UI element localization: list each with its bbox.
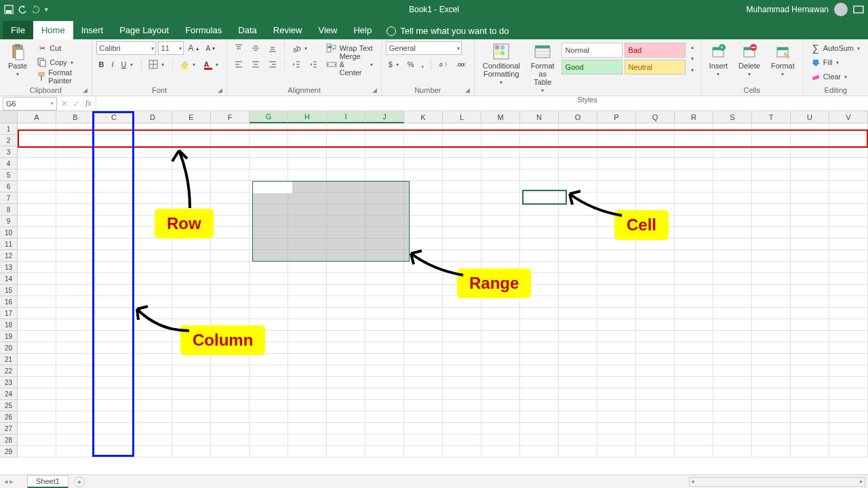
comma-button[interactable]: , bbox=[419, 58, 427, 71]
align-top-button[interactable] bbox=[231, 41, 246, 55]
row-header-21[interactable]: 21 bbox=[0, 354, 18, 365]
sheet-nav[interactable]: ◂▸ bbox=[0, 477, 18, 486]
row-header-26[interactable]: 26 bbox=[0, 411, 18, 423]
row-header-13[interactable]: 13 bbox=[0, 262, 18, 273]
sheet-next-icon[interactable]: ▸ bbox=[9, 477, 14, 486]
clipboard-launcher-icon[interactable]: ◢ bbox=[83, 87, 90, 94]
style-normal[interactable]: Normal bbox=[561, 43, 623, 58]
col-header-V[interactable]: V bbox=[829, 111, 868, 123]
tab-help[interactable]: Help bbox=[345, 21, 380, 39]
col-header-R[interactable]: R bbox=[675, 111, 713, 123]
column-headers[interactable]: ABCDEFGHIJKLMNOPQRSTUV bbox=[18, 111, 868, 123]
tab-review[interactable]: Review bbox=[265, 21, 311, 39]
format-painter-button[interactable]: Format Painter bbox=[34, 70, 87, 83]
col-header-E[interactable]: E bbox=[172, 111, 211, 123]
underline-button[interactable]: U▾ bbox=[119, 58, 137, 71]
row-header-18[interactable]: 18 bbox=[0, 319, 18, 331]
col-header-A[interactable]: A bbox=[18, 111, 56, 123]
increase-indent-button[interactable] bbox=[306, 58, 321, 71]
col-header-F[interactable]: F bbox=[211, 111, 250, 123]
col-header-P[interactable]: P bbox=[597, 111, 636, 123]
format-as-table-button[interactable]: Format as Table▾ bbox=[527, 41, 559, 95]
col-header-U[interactable]: U bbox=[791, 111, 829, 123]
align-right-button[interactable] bbox=[265, 58, 280, 71]
row-header-4[interactable]: 4 bbox=[0, 158, 18, 169]
col-header-S[interactable]: S bbox=[713, 111, 752, 123]
fill-button[interactable]: Fill▾ bbox=[808, 56, 864, 69]
row-header-9[interactable]: 9 bbox=[0, 216, 18, 227]
accounting-button[interactable]: $▾ bbox=[386, 58, 403, 71]
fx-icon[interactable]: fx bbox=[85, 98, 92, 108]
col-header-N[interactable]: N bbox=[520, 111, 559, 123]
row-header-10[interactable]: 10 bbox=[0, 227, 18, 239]
row-header-6[interactable]: 6 bbox=[0, 181, 18, 192]
cut-button[interactable]: ✂Cut bbox=[34, 41, 87, 55]
align-middle-button[interactable] bbox=[248, 41, 263, 55]
row-header-27[interactable]: 27 bbox=[0, 423, 18, 434]
merge-center-button[interactable]: Merge & Center▾ bbox=[323, 58, 376, 71]
style-good[interactable]: Good bbox=[561, 60, 623, 75]
row-header-24[interactable]: 24 bbox=[0, 388, 18, 400]
cancel-icon[interactable]: ✕ bbox=[61, 99, 68, 108]
decrease-font-button[interactable]: A▾ bbox=[203, 41, 218, 55]
row-header-14[interactable]: 14 bbox=[0, 273, 18, 285]
col-header-L[interactable]: L bbox=[443, 111, 481, 123]
row-header-11[interactable]: 11 bbox=[0, 239, 18, 250]
col-header-G[interactable]: G bbox=[250, 111, 288, 123]
copy-button[interactable]: Copy▾ bbox=[34, 56, 87, 69]
number-format-combo[interactable]: General▾ bbox=[386, 41, 462, 55]
row-header-1[interactable]: 1 bbox=[0, 123, 18, 135]
h-scrollbar[interactable]: ◂▸ bbox=[689, 477, 865, 487]
row-header-19[interactable]: 19 bbox=[0, 331, 18, 342]
col-header-M[interactable]: M bbox=[481, 111, 520, 123]
orientation-button[interactable]: ab▾ bbox=[289, 41, 311, 55]
tab-page-layout[interactable]: Page Layout bbox=[111, 21, 177, 39]
font-name-combo[interactable]: Calibri▾ bbox=[96, 41, 156, 55]
align-bottom-button[interactable] bbox=[265, 41, 280, 55]
increase-font-button[interactable]: A▴ bbox=[186, 41, 201, 55]
tab-formulas[interactable]: Formulas bbox=[177, 21, 230, 39]
sheet-tab[interactable]: Sheet1 bbox=[27, 475, 68, 488]
col-header-B[interactable]: B bbox=[56, 111, 95, 123]
number-launcher-icon[interactable]: ◢ bbox=[465, 87, 472, 94]
row-headers[interactable]: 1234567891011121314151617181920212223242… bbox=[0, 123, 18, 458]
row-header-25[interactable]: 25 bbox=[0, 400, 18, 411]
delete-cells-button[interactable]: Delete▾ bbox=[734, 41, 764, 79]
row-header-15[interactable]: 15 bbox=[0, 285, 18, 296]
row-header-23[interactable]: 23 bbox=[0, 377, 18, 388]
row-header-5[interactable]: 5 bbox=[0, 169, 18, 181]
font-launcher-icon[interactable]: ◢ bbox=[218, 87, 224, 94]
clear-button[interactable]: Clear▾ bbox=[808, 70, 864, 83]
borders-button[interactable]: ▾ bbox=[146, 58, 168, 71]
col-header-D[interactable]: D bbox=[134, 111, 172, 123]
paste-button[interactable]: Paste ▾ bbox=[4, 41, 31, 79]
col-header-K[interactable]: K bbox=[404, 111, 443, 123]
tab-insert[interactable]: Insert bbox=[73, 21, 112, 39]
col-header-Q[interactable]: Q bbox=[636, 111, 675, 123]
style-neutral[interactable]: Neutral bbox=[625, 60, 686, 75]
increase-decimal-button[interactable]: .0 bbox=[435, 58, 452, 71]
tell-me[interactable]: Tell me what you want to do bbox=[380, 22, 515, 39]
col-header-J[interactable]: J bbox=[366, 111, 404, 123]
col-header-O[interactable]: O bbox=[559, 111, 597, 123]
col-header-C[interactable]: C bbox=[95, 111, 134, 123]
italic-button[interactable]: I bbox=[108, 58, 116, 71]
col-header-I[interactable]: I bbox=[327, 111, 366, 123]
tab-home[interactable]: Home bbox=[33, 21, 73, 39]
name-box[interactable]: G6▾ bbox=[3, 97, 57, 110]
fill-color-button[interactable]: ▾ bbox=[177, 58, 199, 71]
font-color-button[interactable]: A▾ bbox=[201, 58, 223, 71]
col-header-H[interactable]: H bbox=[288, 111, 327, 123]
align-left-button[interactable] bbox=[231, 58, 246, 71]
autosum-button[interactable]: ∑AutoSum▾ bbox=[808, 41, 864, 55]
row-header-2[interactable]: 2 bbox=[0, 135, 18, 146]
row-header-8[interactable]: 8 bbox=[0, 204, 18, 216]
enter-icon[interactable]: ✓ bbox=[73, 99, 80, 108]
decrease-decimal-button[interactable]: .00 bbox=[454, 58, 470, 71]
conditional-formatting-button[interactable]: Conditional Formatting▾ bbox=[479, 41, 524, 87]
row-header-16[interactable]: 16 bbox=[0, 296, 18, 308]
styles-down-icon[interactable]: ▾ bbox=[690, 56, 695, 62]
insert-cells-button[interactable]: +Insert▾ bbox=[705, 41, 732, 79]
row-header-28[interactable]: 28 bbox=[0, 434, 18, 446]
row-header-17[interactable]: 17 bbox=[0, 308, 18, 319]
